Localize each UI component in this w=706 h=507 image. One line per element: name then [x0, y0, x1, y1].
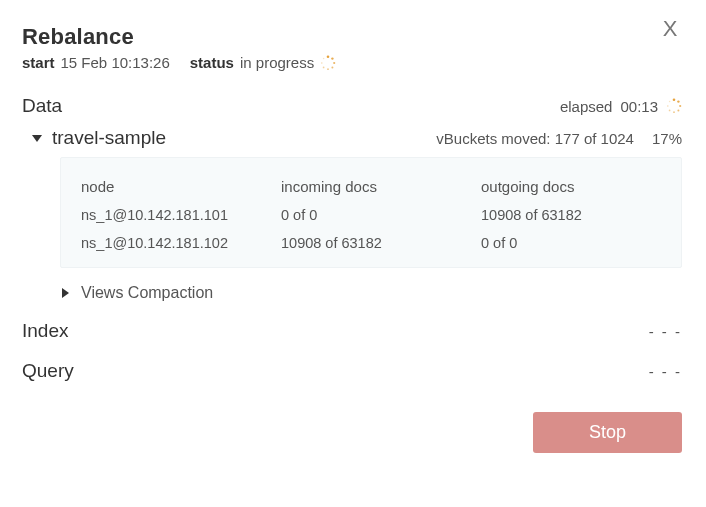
- svg-point-4: [327, 68, 329, 70]
- caret-right-icon: [62, 288, 69, 298]
- cell-incoming: 10908 of 63182: [281, 235, 481, 251]
- views-compaction-label: Views Compaction: [81, 284, 213, 302]
- data-section-header: Data elapsed 00:13: [22, 95, 682, 117]
- col-outgoing: outgoing docs: [481, 178, 661, 195]
- node-table: node incoming docs outgoing docs ns_1@10…: [60, 157, 682, 268]
- close-button[interactable]: X: [663, 16, 678, 42]
- svg-point-9: [677, 100, 679, 102]
- svg-point-7: [323, 57, 325, 59]
- svg-point-14: [667, 105, 669, 107]
- bucket-name: travel-sample: [52, 127, 166, 149]
- svg-point-8: [673, 99, 676, 102]
- cell-outgoing: 10908 of 63182: [481, 207, 661, 223]
- cell-outgoing: 0 of 0: [481, 235, 661, 251]
- meta-line: start 15 Feb 10:13:26 status in progress: [22, 54, 682, 71]
- spinner-icon: [320, 55, 336, 71]
- svg-point-5: [323, 66, 325, 68]
- svg-point-12: [673, 111, 675, 113]
- elapsed-label: elapsed: [560, 98, 613, 115]
- svg-point-11: [677, 109, 679, 111]
- vbuckets-value: 177 of 1024: [555, 130, 634, 147]
- cell-node: ns_1@10.142.181.102: [81, 235, 281, 251]
- panel-title: Rebalance: [22, 24, 682, 50]
- index-title: Index: [22, 320, 68, 342]
- index-section: Index - - -: [22, 320, 682, 342]
- rebalance-panel: X Rebalance start 15 Feb 10:13:26 status…: [0, 0, 706, 475]
- table-row: ns_1@10.142.181.102 10908 of 63182 0 of …: [81, 229, 661, 257]
- table-header-row: node incoming docs outgoing docs: [81, 172, 661, 201]
- table-row: ns_1@10.142.181.101 0 of 0 10908 of 6318…: [81, 201, 661, 229]
- query-section: Query - - -: [22, 360, 682, 382]
- svg-point-1: [331, 57, 333, 59]
- status-value: in progress: [240, 54, 314, 71]
- caret-down-icon: [32, 135, 42, 142]
- elapsed-value: 00:13: [620, 98, 658, 115]
- vbuckets-percent: 17%: [652, 130, 682, 147]
- start-label: start: [22, 54, 55, 71]
- col-incoming: incoming docs: [281, 178, 481, 195]
- svg-point-6: [321, 62, 323, 64]
- start-value: 15 Feb 10:13:26: [61, 54, 170, 71]
- query-value: - - -: [649, 363, 682, 380]
- cell-node: ns_1@10.142.181.101: [81, 207, 281, 223]
- stop-button[interactable]: Stop: [533, 412, 682, 453]
- data-section-title: Data: [22, 95, 62, 117]
- svg-point-3: [332, 66, 334, 68]
- cell-incoming: 0 of 0: [281, 207, 481, 223]
- spinner-icon: [666, 98, 682, 114]
- status-label: status: [190, 54, 234, 71]
- svg-point-13: [669, 110, 671, 112]
- svg-point-0: [327, 55, 330, 58]
- query-title: Query: [22, 360, 74, 382]
- bucket-row[interactable]: travel-sample vBuckets moved: 177 of 102…: [32, 127, 682, 149]
- button-row: Stop: [22, 412, 682, 453]
- col-node: node: [81, 178, 281, 195]
- svg-point-15: [669, 101, 671, 103]
- vbuckets-label: vBuckets moved:: [436, 130, 550, 147]
- svg-point-10: [679, 105, 681, 107]
- svg-point-2: [333, 61, 335, 63]
- views-compaction-row[interactable]: Views Compaction: [60, 284, 682, 302]
- index-value: - - -: [649, 323, 682, 340]
